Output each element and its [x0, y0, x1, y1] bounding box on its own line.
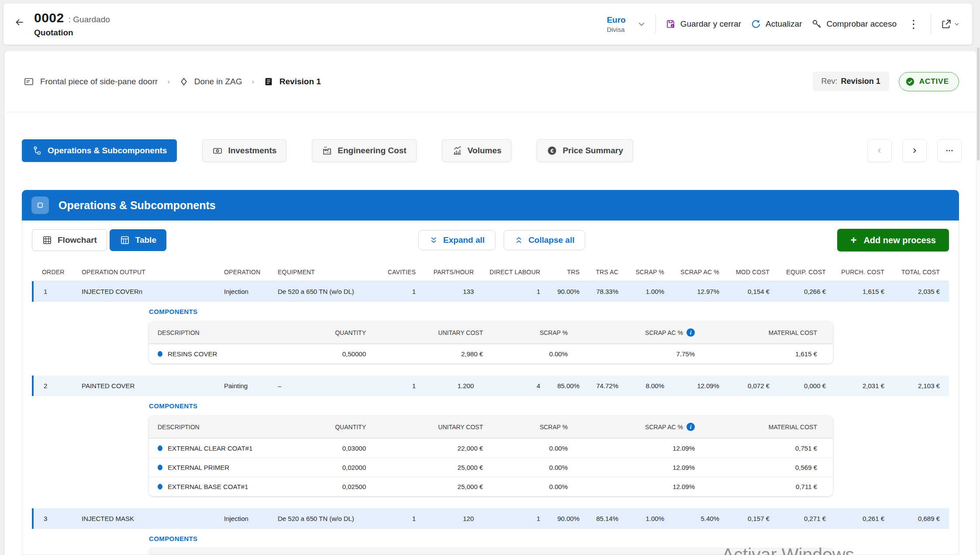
add-new-process-button[interactable]: + Add new process [837, 229, 949, 252]
col-order: ORDER [32, 269, 82, 276]
col-operation-output: OPERATION OUTPUT [82, 269, 224, 276]
vertical-scrollbar[interactable] [976, 47, 980, 555]
tabs-scroll-right-button[interactable] [902, 139, 927, 162]
share-button[interactable] [941, 18, 960, 30]
expand-all-button[interactable]: Expand all [418, 230, 496, 250]
operations-icon [32, 145, 42, 156]
chevron-right-icon [911, 147, 918, 154]
operations-panel: Operations & Subcomponents Flowchart [22, 190, 959, 555]
component-dot-icon [158, 351, 162, 357]
col-purch-cost: PURCH. COST [826, 269, 884, 276]
more-actions-button[interactable]: ⋮ [906, 17, 921, 31]
tab-engineering-cost[interactable]: Engineering Cost [312, 139, 416, 162]
breadcrumb-location-label: Done in ZAG [194, 77, 242, 86]
divider [656, 14, 656, 34]
section-tabs: Operations & Subcomponents Investments E… [22, 139, 633, 162]
tab-volumes[interactable]: Volumes [442, 139, 512, 162]
operations-panel-header: Operations & Subcomponents [22, 190, 959, 221]
col-description: DESCRIPTION [149, 329, 297, 336]
top-command-bar: 0002 : Guardado Quotation Euro Divisa [3, 3, 972, 45]
factory-icon [322, 145, 332, 156]
back-button[interactable] [14, 17, 25, 28]
tabs-scroll-left-button[interactable] [867, 139, 892, 162]
document-status: : Guardado [69, 15, 110, 24]
save-and-close-label: Guardar y cerrar [680, 19, 741, 29]
banknote-icon [212, 145, 223, 156]
diamond-icon [179, 77, 188, 86]
tab-price-summary[interactable]: € Price Summary [537, 139, 633, 162]
table-icon [120, 235, 130, 245]
col-total-cost: TOTAL COST [884, 269, 940, 276]
view-toggle: Flowchart Table [32, 229, 166, 251]
table-view-button[interactable]: Table [110, 229, 166, 251]
tabs-more-button[interactable] [937, 139, 962, 162]
flowchart-icon [42, 235, 52, 245]
components-toggle-link[interactable]: COMPONENTS [149, 535, 198, 542]
operation-row-1[interactable]: 1 INJECTED COVERn Injection De 520 a 650… [32, 281, 949, 302]
svg-text:€: € [551, 148, 554, 154]
info-icon[interactable]: i [687, 423, 695, 431]
col-cavities: CAVITIES [370, 269, 416, 276]
component-row[interactable]: EXTERNAL PRIMER 0,02000 25,000 € 0.00% 1… [149, 458, 833, 477]
currency-selector[interactable]: Euro Divisa [607, 15, 645, 33]
share-icon [941, 18, 952, 30]
plus-icon: + [850, 235, 856, 245]
breadcrumb-separator: › [252, 78, 254, 86]
save-and-close-button[interactable]: Guardar y cerrar [666, 19, 741, 29]
refresh-button[interactable]: Actualizar [751, 19, 802, 29]
tab-investments[interactable]: Investments [202, 139, 286, 162]
col-equipment: EQUIPMENT [278, 269, 370, 276]
col-unitary-cost: UNITARY COST [366, 329, 483, 336]
revision-badge-value: Revision 1 [841, 77, 880, 86]
revision-badge-label: Rev: [821, 77, 838, 86]
chevron-down-icon [954, 21, 960, 27]
info-icon[interactable]: i [687, 328, 695, 337]
tab-operations-subcomponents[interactable]: Operations & Subcomponents [22, 139, 177, 162]
col-quantity: QUANTITY [297, 329, 366, 336]
refresh-label: Actualizar [766, 19, 802, 29]
tab-label: Investments [228, 146, 276, 155]
col-trs-ac: TRS AC [580, 269, 618, 276]
col-direct-labour: DIRECT LABOUR [474, 269, 540, 276]
components-table: DESCRIPTION QUANTITY UNITARY COST SCRAP … [149, 416, 833, 496]
operations-table: ORDER OPERATION OUTPUT OPERATION EQUIPME… [32, 263, 949, 555]
euro-coin-icon: € [547, 145, 557, 156]
breadcrumb-location[interactable]: Done in ZAG [179, 77, 242, 86]
panel-title: Operations & Subcomponents [59, 199, 216, 212]
components-table-header: DESCRIPTION QUANTITY UNITARY COST SCRAP … [149, 321, 833, 344]
flowchart-label: Flowchart [58, 235, 97, 245]
component-row[interactable]: RESINS COVER 0,50000 2,980 € 0.00% 7.75%… [149, 344, 833, 363]
col-material-cost: MATERIAL COST [695, 424, 825, 431]
operation-row-2[interactable]: 2 PAINTED COVER Painting – 1 1.200 4 85.… [32, 376, 949, 396]
panel-icon [31, 196, 49, 214]
check-circle-icon [905, 77, 915, 86]
col-material-cost: MATERIAL COST [695, 329, 825, 336]
components-toggle-link[interactable]: COMPONENTS [149, 402, 198, 410]
collapse-all-button[interactable]: Collapse all [504, 230, 586, 250]
breadcrumb-part[interactable]: Frontal piece of side-pane doorr [24, 76, 158, 87]
flowchart-view-button[interactable]: Flowchart [32, 229, 107, 251]
components-table: DESCRIPTION QUANTITY UNITARY COST SCRAP … [149, 321, 833, 363]
col-mod-cost: MOD COST [719, 269, 770, 276]
tab-label: Price Summary [562, 146, 623, 155]
col-quantity: QUANTITY [297, 424, 366, 431]
col-unitary-cost: UNITARY COST [366, 424, 483, 431]
ellipsis-icon [945, 146, 954, 155]
status-badge-label: ACTIVE [919, 77, 949, 86]
table-label: Table [135, 235, 156, 245]
components-toggle-link[interactable]: COMPONENTS [149, 308, 198, 315]
component-dot-icon [158, 484, 162, 490]
check-access-button[interactable]: Comprobar acceso [811, 19, 897, 29]
col-scrap-ac: SCRAP AC % [664, 269, 719, 276]
check-access-label: Comprobar acceso [826, 19, 897, 29]
double-chevron-down-icon [429, 236, 438, 245]
breadcrumb-revision[interactable]: Revision 1 [264, 77, 321, 86]
breadcrumb-row: Frontal piece of side-pane doorr › Done … [4, 51, 977, 112]
component-row[interactable]: EXTERNAL BASE COAT#1 0,02500 25,000 € 0.… [149, 477, 833, 496]
operation-row-3[interactable]: 3 INJECTED MASK Injection De 520 a 650 T… [32, 508, 949, 529]
breadcrumb-separator: › [167, 78, 169, 86]
scrollbar-thumb[interactable] [977, 47, 980, 161]
component-row[interactable]: EXTERNAL CLEAR COAT#1 0,03000 22,000 € 0… [149, 438, 833, 458]
component-dot-icon [158, 465, 162, 470]
currency-label: Divisa [607, 26, 625, 33]
